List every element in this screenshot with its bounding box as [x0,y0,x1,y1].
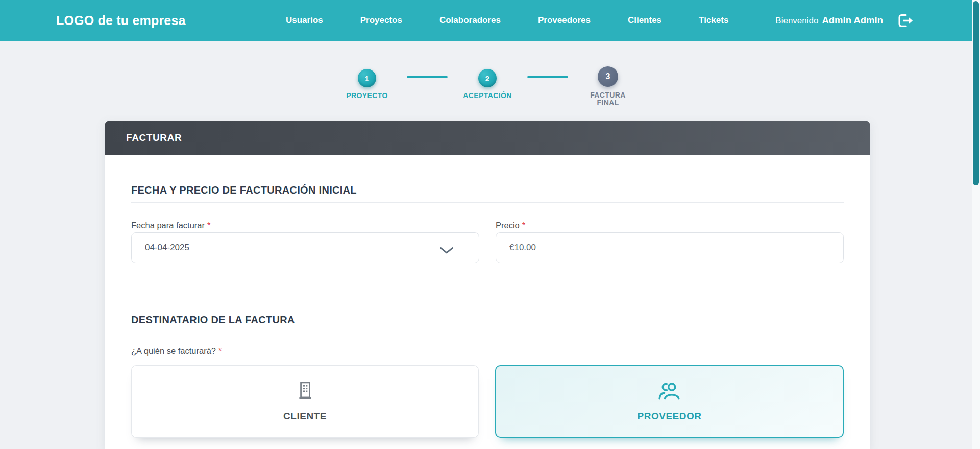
step-number-badge: 1 [358,69,376,87]
app-header: LOGO de tu empresa Usuarios Proyectos Co… [0,0,972,41]
stepper-connector [527,76,568,78]
nav-item-tickets[interactable]: Tickets [699,15,728,26]
invoice-stepper: 1 PROYECTO 2 ACEPTACIÓN 3 FACTURA FINAL [105,57,870,107]
price-field-label: Precio* [496,220,844,230]
welcome-prefix: Bienvenido [775,16,818,26]
billing-field-row: Fecha para facturar* 04-04-2025 Precio* [131,220,844,263]
billing-section-heading: FECHA Y PRECIO DE FACTURACIÓN INICIAL [131,184,844,196]
card-title: FACTURAR [126,132,182,144]
step-number-badge: 3 [598,66,618,87]
price-field: Precio* [496,220,844,263]
nav-item-usuarios[interactable]: Usuarios [286,15,323,26]
company-logo[interactable]: LOGO de tu empresa [56,13,186,28]
recipient-options-row: CLIENTE PROVEEDOR [131,365,844,438]
welcome-group: BienvenidoAdmin Admin [775,0,914,41]
price-input[interactable] [496,232,844,263]
stepper-step-factura-final[interactable]: 3 FACTURA FINAL [568,57,648,107]
option-label: CLIENTE [283,411,327,422]
nav-item-proveedores[interactable]: Proveedores [538,15,591,26]
section-divider [131,292,844,292]
nav-item-proyectos[interactable]: Proyectos [360,15,402,26]
step-label: FACTURA FINAL [580,91,636,107]
billing-date-select[interactable]: 04-04-2025 [131,232,479,263]
recipient-section-heading: DESTINATARIO DE LA FACTURA [131,314,844,326]
required-asterisk: * [522,221,525,230]
divider [131,330,844,330]
divider [131,202,844,203]
main-nav: Usuarios Proyectos Colaboradores Proveed… [286,0,728,41]
sign-out-icon[interactable] [897,13,914,28]
required-asterisk: * [207,221,210,230]
step-label: ACEPTACIÓN [463,92,512,100]
nav-item-colaboradores[interactable]: Colaboradores [439,15,501,26]
date-field-label: Fecha para facturar* [131,220,479,230]
building-icon [297,382,313,403]
stepper-step-proyecto[interactable]: 1 PROYECTO [327,57,407,100]
users-icon [657,382,682,403]
required-asterisk: * [218,346,222,356]
step-label: PROYECTO [346,92,388,100]
label-text: Precio [496,221,520,230]
card-body: FECHA Y PRECIO DE FACTURACIÓN INICIAL Fe… [105,155,870,449]
nav-item-clientes[interactable]: Clientes [628,15,662,26]
option-cliente[interactable]: CLIENTE [131,365,479,438]
label-text: Fecha para facturar [131,221,205,230]
scrollbar-track[interactable] [972,0,980,449]
recipient-question-label: ¿A quién se facturará?* [131,346,844,356]
stepper-connector [407,76,448,78]
option-proveedor[interactable]: PROVEEDOR [495,365,844,438]
date-field: Fecha para facturar* 04-04-2025 [131,220,479,263]
welcome-text: BienvenidoAdmin Admin [775,15,883,26]
label-text: ¿A quién se facturará? [131,346,216,356]
scrollbar-thumb[interactable] [973,1,979,185]
step-number-badge: 2 [478,69,497,87]
chevron-down-icon [440,246,453,256]
option-label: PROVEEDOR [638,411,702,422]
user-name: Admin Admin [822,15,883,26]
stepper-step-aceptacion[interactable]: 2 ACEPTACIÓN [448,57,527,100]
card-header: FACTURAR [105,121,870,155]
facturar-card: FACTURAR FECHA Y PRECIO DE FACTURACIÓN I… [105,121,870,449]
billing-date-value: 04-04-2025 [145,243,189,253]
